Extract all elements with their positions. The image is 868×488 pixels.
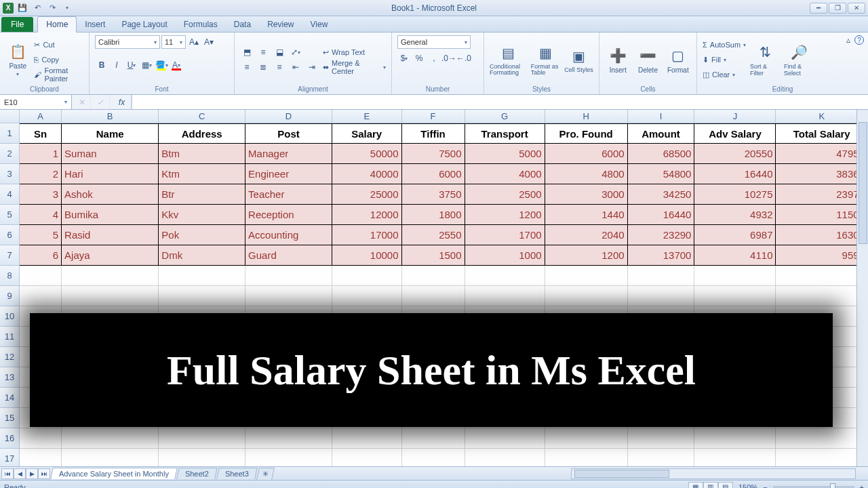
empty-cell[interactable] bbox=[402, 449, 465, 466]
align-bottom-button[interactable]: ⬓ bbox=[273, 45, 286, 59]
clear-button[interactable]: ◫Clear▾ bbox=[703, 68, 746, 81]
empty-cell[interactable] bbox=[465, 286, 545, 306]
horizontal-scrollbar[interactable] bbox=[571, 468, 856, 479]
empty-cell[interactable] bbox=[159, 286, 245, 306]
redo-button[interactable]: ↷ bbox=[46, 2, 58, 14]
orientation-button[interactable]: ⤢▾ bbox=[289, 45, 302, 59]
col-header[interactable]: K bbox=[776, 110, 868, 123]
empty-cell[interactable] bbox=[545, 428, 628, 449]
insert-function-button[interactable]: fx bbox=[113, 95, 132, 109]
data-cell[interactable]: Reception bbox=[245, 205, 332, 225]
tab-home[interactable]: Home bbox=[37, 16, 77, 33]
comma-format-button[interactable]: , bbox=[427, 52, 441, 65]
data-cell[interactable]: 13700 bbox=[628, 245, 695, 266]
header-cell[interactable]: Adv Salary bbox=[694, 123, 776, 144]
row-header[interactable]: 7 bbox=[0, 245, 20, 266]
decrease-decimal-button[interactable]: ←.0 bbox=[457, 52, 471, 65]
data-cell[interactable]: Hari bbox=[62, 164, 159, 184]
col-header[interactable]: I bbox=[628, 110, 695, 123]
empty-cell[interactable] bbox=[245, 449, 332, 466]
italic-button[interactable]: I bbox=[110, 58, 123, 72]
zoom-out-button[interactable]: − bbox=[763, 483, 767, 489]
header-cell[interactable]: Address bbox=[159, 123, 245, 144]
sheet-tab-active[interactable]: Advance Salary Sheet in Monthly bbox=[50, 468, 178, 479]
sort-filter-button[interactable]: ⇅Sort & Filter bbox=[750, 43, 780, 77]
data-cell[interactable]: 2550 bbox=[402, 225, 465, 245]
accounting-format-button[interactable]: $▾ bbox=[397, 52, 411, 65]
empty-cell[interactable] bbox=[545, 286, 628, 306]
row-header[interactable]: 12 bbox=[0, 347, 20, 367]
empty-cell[interactable] bbox=[62, 449, 159, 466]
empty-cell[interactable] bbox=[332, 428, 402, 449]
header-cell[interactable]: Name bbox=[62, 123, 159, 144]
zoom-thumb[interactable] bbox=[830, 483, 835, 489]
zoom-level[interactable]: 150% bbox=[738, 483, 757, 489]
data-cell[interactable]: 11508 bbox=[776, 205, 868, 225]
empty-cell[interactable] bbox=[694, 449, 776, 466]
data-cell[interactable]: Suman bbox=[62, 144, 159, 164]
increase-font-button[interactable]: A▴ bbox=[187, 35, 201, 49]
paste-button[interactable]: 📋 Paste▾ bbox=[5, 42, 30, 77]
header-cell[interactable]: Sn bbox=[20, 123, 62, 144]
data-cell[interactable]: 1440 bbox=[545, 205, 628, 225]
data-cell[interactable]: 17000 bbox=[332, 225, 402, 245]
data-cell[interactable]: 16303 bbox=[776, 225, 868, 245]
empty-cell[interactable] bbox=[545, 449, 628, 466]
data-cell[interactable]: 47950 bbox=[776, 144, 868, 164]
header-cell[interactable]: Total Salary bbox=[776, 123, 868, 144]
col-header[interactable]: B bbox=[62, 110, 159, 123]
first-sheet-button[interactable]: ⏮ bbox=[1, 468, 14, 479]
data-cell[interactable]: 1500 bbox=[402, 245, 465, 266]
empty-cell[interactable] bbox=[20, 286, 62, 306]
data-cell[interactable]: Dmk bbox=[159, 245, 245, 266]
decrease-indent-button[interactable]: ⇤ bbox=[289, 60, 302, 74]
data-cell[interactable]: 34250 bbox=[628, 184, 695, 205]
data-cell[interactable]: 5000 bbox=[465, 144, 545, 164]
data-cell[interactable]: Guard bbox=[245, 245, 332, 266]
col-header[interactable]: C bbox=[159, 110, 245, 123]
page-break-view-button[interactable]: ▤ bbox=[718, 482, 733, 489]
percent-format-button[interactable]: % bbox=[412, 52, 426, 65]
empty-cell[interactable] bbox=[628, 286, 695, 306]
cell-styles-button[interactable]: ▣Cell Styles bbox=[564, 47, 593, 73]
last-sheet-button[interactable]: ⏭ bbox=[38, 468, 50, 479]
scroll-thumb[interactable] bbox=[859, 122, 867, 244]
empty-cell[interactable] bbox=[776, 266, 868, 286]
data-cell[interactable]: Pok bbox=[159, 225, 245, 245]
empty-cell[interactable] bbox=[20, 449, 62, 466]
col-header[interactable]: J bbox=[694, 110, 776, 123]
data-cell[interactable]: 6000 bbox=[545, 144, 628, 164]
tab-insert[interactable]: Insert bbox=[77, 17, 113, 32]
row-header[interactable]: 11 bbox=[0, 327, 20, 347]
row-header[interactable]: 14 bbox=[0, 388, 20, 408]
sheet-tab[interactable]: Sheet2 bbox=[176, 468, 217, 479]
row-header[interactable]: 6 bbox=[0, 225, 20, 245]
empty-cell[interactable] bbox=[628, 266, 695, 286]
fill-color-button[interactable]: 🪣▾ bbox=[155, 58, 168, 72]
data-cell[interactable]: Engineer bbox=[245, 164, 332, 184]
empty-cell[interactable] bbox=[159, 428, 245, 449]
tab-file[interactable]: File bbox=[1, 17, 33, 32]
header-cell[interactable]: Salary bbox=[332, 123, 402, 144]
increase-decimal-button[interactable]: .0→ bbox=[442, 52, 456, 65]
col-header[interactable]: D bbox=[245, 110, 332, 123]
insert-cells-button[interactable]: ➕Insert bbox=[605, 46, 631, 74]
empty-cell[interactable] bbox=[628, 428, 695, 449]
empty-cell[interactable] bbox=[332, 266, 402, 286]
header-cell[interactable]: Transport bbox=[465, 123, 545, 144]
empty-cell[interactable] bbox=[545, 266, 628, 286]
data-cell[interactable]: Ashok bbox=[62, 184, 159, 205]
copy-button[interactable]: ⎘Copy bbox=[34, 53, 83, 66]
data-cell[interactable]: 4800 bbox=[545, 164, 628, 184]
select-all-corner[interactable] bbox=[0, 110, 20, 123]
data-cell[interactable]: Accounting bbox=[245, 225, 332, 245]
format-as-table-button[interactable]: ▦Format as Table bbox=[531, 43, 560, 76]
data-cell[interactable]: Kkv bbox=[159, 205, 245, 225]
data-cell[interactable]: 6 bbox=[20, 245, 62, 266]
font-name-dropdown[interactable]: Calibri▾ bbox=[95, 35, 160, 49]
data-cell[interactable]: Ajaya bbox=[62, 245, 159, 266]
empty-cell[interactable] bbox=[694, 266, 776, 286]
data-cell[interactable]: 3000 bbox=[545, 184, 628, 205]
number-format-dropdown[interactable]: General▾ bbox=[397, 35, 471, 49]
minimize-ribbon-icon[interactable]: ▵ bbox=[846, 35, 850, 45]
